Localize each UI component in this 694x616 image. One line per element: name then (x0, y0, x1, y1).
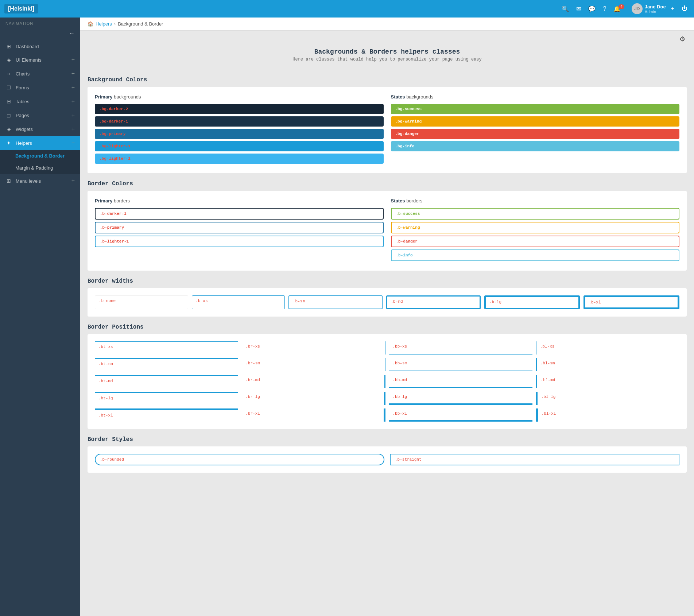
nav-section-label: Navigation (0, 18, 80, 27)
border-swatch-danger: .b-danger (391, 236, 680, 247)
sidebar-item-pages[interactable]: ◻ Pages + (0, 108, 80, 122)
bg-swatch-lighter2: .bg-lighter-2 (95, 154, 384, 164)
sidebar-item-widgets[interactable]: ◈ Widgets + (0, 122, 80, 136)
sidebar-item-helpers[interactable]: ✦ Helpers − (0, 136, 80, 150)
sidebar-item-ui-elements[interactable]: ◈ UI Elements + (0, 53, 80, 67)
charts-icon: ○ (5, 71, 12, 77)
states-border-label: States (391, 198, 405, 204)
bp-br-lg: .br-lg (242, 392, 385, 405)
border-styles-card: .b-rounded .b-straight (88, 446, 687, 473)
primary-border-col: Primary borders .b-darker-1 .b-primary .… (95, 198, 384, 263)
power-button[interactable]: ⏻ (679, 4, 690, 13)
expand-icon-charts: + (71, 70, 75, 77)
border-colors-columns: Primary borders .b-darker-1 .b-primary .… (95, 198, 679, 263)
bp-br-xl: .br-xl (242, 408, 385, 422)
border-colors-section-title: Border Colors (88, 181, 687, 187)
sidebar-item-charts[interactable]: ○ Charts + (0, 67, 80, 81)
avatar: JD (632, 3, 643, 14)
main-content: 🏠 Helpers › Background & Border ⚙ Backgr… (80, 18, 694, 485)
bg-swatch-success: .bg-success (391, 104, 680, 114)
states-border-col: States borders .b-success .b-warning .b-… (391, 198, 680, 263)
help-button[interactable]: ? (601, 4, 608, 13)
bw-none: .b-none (95, 295, 188, 309)
primary-border-header: Primary borders (95, 198, 384, 204)
states-bg-col: States backgrounds .bg-success .bg-warni… (391, 94, 680, 166)
user-info: JD Jane Doe Admin (632, 3, 666, 14)
sidebar-item-label: Dashboard (16, 44, 39, 49)
sidebar-label-tables: Tables (16, 99, 30, 104)
sidebar-label-pages: Pages (16, 113, 29, 118)
bp-bb-md: .bb-md (389, 375, 532, 388)
states-border-header: States borders (391, 198, 680, 204)
bp-bl-lg: .bl-lg (536, 392, 679, 405)
border-positions-section-title: Border Positions (88, 324, 687, 330)
helpers-icon: ✦ (5, 140, 12, 146)
chat-button[interactable]: 💬 (586, 4, 598, 14)
bp-bt-xs: .bt-xs (95, 341, 238, 355)
page-title-section: Backgrounds & Borders helpers classes He… (80, 44, 694, 69)
bg-swatch-darker2: .bg-darker-2 (95, 104, 384, 114)
sidebar-item-menu-levels[interactable]: ⊞ Menu levels + (0, 174, 80, 188)
user-details: Jane Doe Admin (645, 4, 666, 14)
border-styles-section-title: Border Styles (88, 436, 687, 443)
tables-icon: ⊟ (5, 98, 12, 104)
bw-xs: .b-xs (192, 295, 285, 309)
primary-bg-col: Primary backgrounds .bg-darker-2 .bg-dar… (95, 94, 384, 166)
bp-br-xs: .br-xs (242, 341, 385, 355)
sidebar-item-tables[interactable]: ⊟ Tables + (0, 94, 80, 108)
border-colors-card: Primary borders .b-darker-1 .b-primary .… (88, 191, 687, 271)
settings-button[interactable]: ⚙ (678, 34, 687, 44)
states-bg-header: States backgrounds (391, 94, 680, 100)
add-button[interactable]: + (669, 4, 676, 13)
bp-bl-xl: .bl-xl (536, 408, 679, 422)
bell-button[interactable]: 🔔4 (611, 4, 629, 14)
sidebar-item-dashboard[interactable]: ⊞ Dashboard (0, 40, 80, 53)
sidebar-label-menu-levels: Menu levels (16, 178, 41, 184)
top-navbar: [Helsinki] 🔍 ✉ 💬 ? 🔔4 JD Jane Doe Admin … (0, 0, 694, 18)
bw-md: .b-md (386, 295, 481, 309)
sidebar-item-forms[interactable]: ☐ Forms + (0, 81, 80, 94)
breadcrumb-current: Background & Border (118, 21, 163, 27)
border-pos-grid: .bt-xs .br-xs .bb-xs .bl-xs .bt-sm .br-s… (95, 341, 679, 422)
content-body: Background Colors Primary backgrounds .b… (80, 77, 694, 485)
submenu-label-bg-border: Background & Border (15, 153, 65, 159)
border-widths-card: .b-none .b-xs .b-sm .b-md .b-lg .b-xl (88, 288, 687, 317)
sidebar-toggle[interactable]: ← (0, 27, 80, 40)
sidebar-sub-item-margin-padding[interactable]: Margin & Padding (0, 162, 80, 174)
bp-br-md: .br-md (242, 375, 385, 388)
border-width-row: .b-none .b-xs .b-sm .b-md .b-lg .b-xl (95, 295, 679, 309)
bw-sm: .b-sm (288, 295, 383, 309)
notification-count: 4 (619, 4, 624, 9)
border-styles-row: .b-rounded .b-straight (95, 454, 679, 465)
bw-xl: .b-xl (583, 295, 680, 309)
search-button[interactable]: 🔍 (559, 4, 571, 14)
border-widths-section-title: Border widths (88, 278, 687, 284)
mail-button[interactable]: ✉ (574, 4, 583, 14)
bp-bl-xs: .bl-xs (536, 341, 679, 355)
bp-bt-md: .bt-md (95, 375, 238, 388)
bp-bb-sm: .bb-sm (389, 358, 532, 371)
border-swatch-lighter1: .b-lighter-1 (95, 236, 384, 247)
breadcrumb-separator: › (114, 21, 116, 27)
expand-icon-forms: + (71, 84, 75, 91)
states-label: States (391, 94, 405, 100)
pages-icon: ◻ (5, 112, 12, 118)
submenu-label-margin-padding: Margin & Padding (15, 165, 53, 171)
bp-bb-lg: .bb-lg (389, 392, 532, 405)
border-swatch-primary: .b-primary (95, 222, 384, 233)
user-name: Jane Doe (645, 4, 666, 9)
ui-elements-icon: ◈ (5, 57, 12, 63)
expand-icon-pages: + (71, 112, 75, 119)
bp-bb-xl: .bb-xl (389, 408, 532, 422)
bs-rounded: .b-rounded (95, 454, 384, 465)
bw-lg: .b-lg (484, 295, 580, 309)
menu-levels-icon: ⊞ (5, 178, 12, 184)
sidebar-sub-item-background-border[interactable]: Background & Border (0, 150, 80, 162)
bp-bl-sm: .bl-sm (536, 358, 679, 371)
bs-straight: .b-straight (390, 454, 679, 465)
bg-swatch-danger: .bg-danger (391, 129, 680, 139)
primary-label: Primary (95, 94, 112, 100)
bp-bl-md: .bl-md (536, 375, 679, 388)
breadcrumb-helpers[interactable]: Helpers (96, 21, 112, 27)
sidebar-label-forms: Forms (16, 85, 29, 90)
